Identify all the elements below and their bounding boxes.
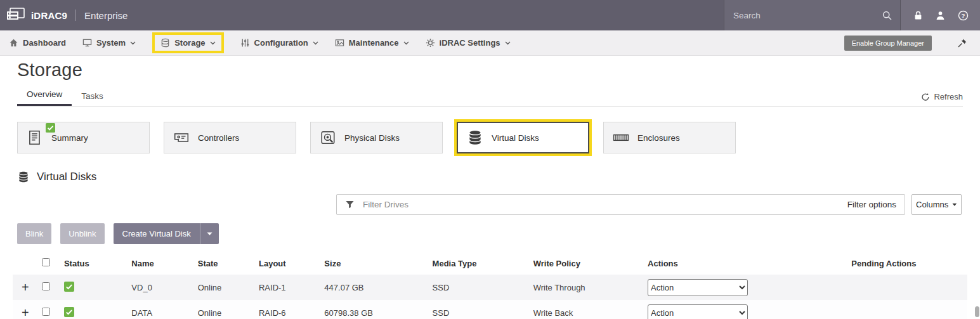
enclosures-icon — [613, 129, 629, 146]
card-label: Summary — [51, 133, 88, 143]
expand-row-button[interactable]: + — [19, 280, 29, 294]
vertical-scrollbar-thumb[interactable] — [975, 306, 979, 317]
select-all-header — [36, 252, 57, 275]
expand-row-button[interactable]: + — [19, 306, 29, 319]
nav-item-configuration[interactable]: Configuration — [240, 38, 318, 48]
card-summary[interactable]: Summary — [17, 122, 150, 153]
table-header-row: Status Name State Layout Size Media Type… — [13, 252, 967, 275]
card-physical-disks[interactable]: Physical Disks — [310, 122, 443, 153]
card-label: Enclosures — [637, 133, 680, 143]
card-virtual-disks[interactable]: Virtual Disks — [457, 122, 589, 153]
storage-card-row: Summary Controllers Physical Disks Virtu… — [17, 122, 963, 153]
col-media-type: Media Type — [426, 252, 527, 275]
nav-item-dashboard[interactable]: Dashboard — [9, 38, 66, 48]
summary-icon — [27, 129, 43, 146]
size-cell: 447.07 GB — [318, 275, 426, 300]
action-select[interactable]: Action — [648, 279, 748, 296]
refresh-icon — [921, 93, 930, 101]
table-row: + VD_0 Online RAID-1 447.07 GB SSD Write… — [13, 275, 967, 300]
col-name: Name — [125, 252, 191, 275]
pending-actions-cell — [845, 300, 967, 319]
actions-cell: Action — [641, 300, 845, 319]
home-icon — [9, 38, 18, 48]
pending-actions-cell — [845, 275, 967, 300]
status-cell — [58, 275, 125, 300]
blink-button[interactable]: Blink — [17, 223, 51, 244]
filter-box: Filter options — [336, 194, 905, 215]
card-label: Controllers — [198, 133, 239, 143]
nav-item-maintenance[interactable]: Maintenance — [335, 38, 409, 48]
lock-icon[interactable] — [913, 10, 924, 21]
help-icon[interactable]: ? — [958, 10, 969, 21]
chevron-down-icon — [210, 41, 216, 45]
row-checkbox[interactable] — [42, 282, 50, 290]
tab-tasks[interactable]: Tasks — [72, 86, 113, 106]
brand-area: iDRAC9 Enterprise — [0, 7, 127, 23]
physical-disks-icon — [320, 129, 336, 146]
header-search — [724, 0, 900, 30]
col-actions: Actions — [641, 252, 845, 275]
brand-divider — [75, 10, 76, 21]
unblink-button[interactable]: Unblink — [60, 223, 104, 244]
name-cell: DATA — [125, 300, 191, 319]
card-controllers[interactable]: Controllers — [164, 122, 296, 153]
write-policy-cell: Write Through — [527, 275, 641, 300]
pin-icon[interactable] — [957, 38, 967, 48]
summary-ok-badge — [46, 123, 55, 135]
nav-item-system[interactable]: System — [82, 38, 136, 48]
state-cell: Online — [192, 275, 252, 300]
nav-item-idrac-settings[interactable]: iDRAC Settings — [426, 38, 511, 48]
chevron-down-icon — [952, 203, 957, 207]
main-nav: Dashboard System Storage Configuration M… — [0, 30, 980, 56]
page-title: Storage — [17, 60, 980, 81]
card-enclosures[interactable]: Enclosures — [603, 122, 736, 153]
col-layout: Layout — [252, 252, 318, 275]
col-write-policy: Write Policy — [527, 252, 641, 275]
brand-name: iDRAC9 — [31, 10, 67, 21]
card-label: Virtual Disks — [492, 133, 539, 143]
layout-cell: RAID-1 — [252, 275, 318, 300]
row-checkbox[interactable] — [42, 308, 50, 316]
columns-button[interactable]: Columns — [911, 194, 962, 215]
search-icon[interactable] — [882, 10, 892, 21]
enable-group-manager-button[interactable]: Enable Group Manager — [844, 36, 932, 51]
table-row: + DATA Online RAID-6 60798.38 GB SSD Wri… — [13, 300, 967, 319]
status-cell — [58, 300, 125, 319]
select-all-checkbox[interactable] — [42, 258, 50, 266]
virtual-disks-table: Status Name State Layout Size Media Type… — [13, 252, 967, 319]
col-status: Status — [58, 252, 125, 275]
write-policy-cell: Write Back — [527, 300, 641, 319]
storage-icon — [160, 38, 170, 48]
state-cell: Online — [192, 300, 252, 319]
tab-bar: Overview Tasks Refresh — [17, 84, 963, 107]
refresh-button[interactable]: Refresh — [921, 92, 963, 101]
action-select[interactable]: Action — [648, 304, 748, 319]
configuration-icon — [240, 38, 250, 48]
media-type-cell: SSD — [426, 275, 527, 300]
name-cell: VD_0 — [125, 275, 191, 300]
filter-row: Filter options Columns — [0, 194, 980, 215]
filter-drives-input[interactable] — [362, 199, 840, 210]
card-label: Physical Disks — [344, 133, 400, 143]
maintenance-icon — [335, 38, 344, 48]
virtual-disks-icon — [467, 129, 483, 146]
funnel-icon — [345, 200, 355, 209]
gear-icon — [426, 38, 435, 48]
idrac-logo-icon — [6, 7, 25, 23]
layout-cell: RAID-6 — [252, 300, 318, 319]
size-cell: 60798.38 GB — [318, 300, 426, 319]
filter-options-link[interactable]: Filter options — [847, 200, 896, 209]
user-icon[interactable] — [935, 10, 946, 21]
svg-text:?: ? — [961, 12, 965, 19]
col-pending-actions: Pending Actions — [845, 252, 967, 275]
nav-item-storage[interactable]: Storage — [152, 32, 223, 53]
virtual-disks-icon — [17, 171, 30, 183]
tab-overview[interactable]: Overview — [17, 84, 72, 106]
section-title: Virtual Disks — [37, 171, 96, 183]
chevron-down-icon[interactable] — [200, 226, 219, 242]
chevron-down-icon — [313, 41, 318, 45]
system-icon — [82, 38, 92, 48]
chevron-down-icon — [130, 41, 136, 45]
create-virtual-disk-button[interactable]: Create Virtual Disk — [114, 223, 219, 244]
search-input[interactable] — [732, 10, 882, 21]
